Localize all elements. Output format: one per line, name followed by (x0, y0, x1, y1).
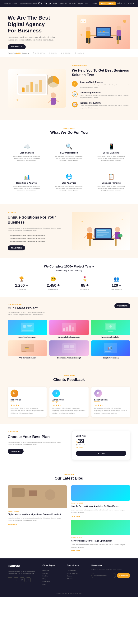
footer-social-links: f t in ▶ (8, 578, 39, 582)
footer-facebook-icon[interactable]: f (8, 578, 12, 582)
trusted-logo-3: ◈ BOMBO (61, 52, 71, 54)
footer-link-portfolio[interactable]: Portfolio (43, 574, 63, 578)
footer-twitter-icon[interactable]: t (14, 578, 18, 582)
blog-side-title-1: How To Set Up Google Analytics for WordP… (71, 505, 130, 508)
nav-link-pages[interactable]: Pages (78, 2, 83, 4)
svg-rect-26 (35, 84, 38, 92)
projects-header-left: Our Portfolio Our Latest Project Lorem i… (8, 304, 46, 316)
nav-link-services[interactable]: Services (69, 2, 76, 4)
project-card-1[interactable]: Social Media Strategy (8, 320, 47, 338)
nav-link-contact[interactable]: Contact (91, 2, 97, 4)
footer-link-contact[interactable]: Contact Us (43, 580, 63, 583)
why-us-content: Why Choose Us We Help You To Get Best Bu… (72, 65, 130, 112)
project-card-2[interactable]: SEO Optimization Website (49, 320, 89, 338)
project-card-4[interactable]: 💳 PPC Service Solution (8, 340, 47, 359)
projects-view-more-button[interactable]: VIEW MORE (115, 304, 130, 308)
blog-side-thumbnail-2 (71, 520, 130, 535)
blog-side-read-more-2[interactable]: READ MORE (71, 550, 130, 552)
plan-buy-button[interactable]: BUY NOW (76, 451, 126, 456)
testimonial-role-2: Manager (52, 401, 86, 402)
stat-label-3: Awards Won (71, 288, 99, 290)
svg-rect-7 (86, 31, 91, 38)
svg-rect-59 (27, 325, 32, 326)
testimonials-label: Testimonials (8, 374, 130, 376)
project-card-3[interactable]: Web & Mobile Solution (91, 320, 130, 338)
solutions-read-more-button[interactable]: READ MORE (8, 246, 25, 250)
why-item-3: 📈 Increase Productivity Lorem ipsum dolo… (72, 102, 130, 109)
hero-illustration-container: ★★★★★ ★ 4.9 (69, 14, 130, 49)
newsletter-email-input[interactable] (91, 573, 116, 578)
svg-text:★: ★ (81, 220, 83, 223)
stats-title: We Complete 1500+ Project Yearly (8, 265, 130, 268)
nav-cta-button[interactable]: GET STARTED (99, 2, 116, 5)
twitter-icon[interactable]: 𝑡 (128, 2, 129, 4)
plan-period-label: Per Month (76, 447, 126, 448)
nav-contact-info: +120 745 75 665 support@domain.com (4, 2, 37, 4)
plan-currency: $ (76, 440, 78, 444)
newsletter-subscribe-button[interactable]: SUBSCRIBE (117, 573, 130, 578)
trusted-logo-1: ⬡ GARCETA (33, 52, 45, 54)
nav-social: Follow Us: 𝑓 𝑡 in ▶ (117, 2, 134, 4)
facebook-icon[interactable]: 𝑓 (127, 2, 127, 4)
svg-rect-8 (86, 38, 88, 43)
svg-point-49 (115, 227, 120, 232)
project-card-5[interactable]: Business & Product Concept (49, 340, 89, 359)
footer-link-sitemap[interactable]: Sitemap (67, 578, 88, 580)
testimonial-text-2: Lorem ipsum dolor sit amet, consectetur … (52, 407, 86, 414)
why-icon-2: 🔗 (72, 91, 78, 97)
svg-rect-46 (87, 232, 92, 239)
footer-link-blog[interactable]: Blog (43, 578, 63, 580)
nav-link-about[interactable]: About Us (59, 2, 67, 4)
stats-grid: 🏆 1,250 + Project Done 😊 2,450 + Happy C… (8, 276, 130, 290)
solutions-list-item-3: Excepteur sint occaecat cupidatat non pr… (8, 240, 66, 242)
why-item-desc-3: Lorem ipsum dolor sit amet, consectetur … (80, 104, 130, 109)
service-card-6: 📋 Business Planning Lorem ipsum dolor si… (92, 170, 130, 196)
footer-link-about[interactable]: About Us (43, 569, 63, 572)
footer-newsletter: Newsletter Subscribe to our newsletter f… (91, 564, 130, 586)
testimonial-name-3: Elisa Calderon (94, 399, 128, 401)
footer-youtube-icon[interactable]: ▶ (26, 578, 31, 582)
blog-side-post-1: January 10, 2024 How To Set Up Google An… (71, 485, 130, 517)
hero-cta-button[interactable]: CONTACT US (8, 44, 26, 49)
blog-main-read-more[interactable]: READ MORE (8, 523, 67, 525)
youtube-icon[interactable]: ▶ (133, 2, 134, 4)
projects-title: Our Latest Project (8, 306, 46, 310)
svg-rect-73 (22, 351, 26, 352)
svg-point-6 (86, 27, 91, 31)
project-label-6: Google Advertising (91, 357, 130, 359)
footer-link-terms[interactable]: Terms of Service (67, 572, 88, 574)
testimonial-avatar-3: E (94, 390, 102, 397)
svg-rect-43 (97, 234, 107, 234)
svg-rect-66 (72, 327, 74, 331)
stat-number-1: 1,250 + (8, 283, 35, 288)
stat-item-2: 😊 2,450 + Happy Clients (39, 276, 67, 290)
service-title-2: SEO Optimization (53, 152, 85, 154)
projects-grid: Social Media Strategy SEO Optimization W… (8, 320, 130, 359)
testimonial-avatar-1: M (10, 390, 18, 397)
project-card-6[interactable]: 📢 Google Advertising (91, 340, 130, 359)
nav-link-home[interactable]: Home (52, 2, 57, 4)
footer-link-support[interactable]: Support (67, 574, 88, 578)
service-title-6: Business Planning (95, 182, 128, 184)
linkedin-icon[interactable]: in (130, 2, 132, 4)
footer-link-faq[interactable]: FAQ (43, 583, 63, 586)
svg-rect-44 (97, 235, 104, 236)
svg-rect-9 (89, 38, 91, 43)
blog-side-read-more-1[interactable]: READ MORE (71, 515, 130, 517)
testimonial-text-1: Lorem ipsum dolor sit amet, consectetur … (10, 407, 44, 414)
projects-header: Our Portfolio Our Latest Project Lorem i… (8, 304, 130, 316)
solutions-list: Excepteur sint occaecat cupidatat non pr… (8, 234, 66, 242)
footer-linkedin-icon[interactable]: in (20, 578, 24, 582)
footer-logo: Callisto (8, 564, 39, 568)
pricing-view-more-button[interactable]: VIEW MORE (8, 449, 23, 454)
project-label-3: Web & Mobile Solution (91, 336, 130, 338)
social-marketing-icon: 📱 (95, 143, 128, 150)
solutions-list-item-2: Excepteur sint occaecat cupidatat non pr… (8, 237, 66, 240)
project-thumb-3 (91, 320, 130, 335)
business-planning-icon: 📋 (95, 174, 128, 180)
blog-grid: January 12, 2024 Digital Marketing Campa… (8, 485, 130, 552)
footer-link-privacy[interactable]: Privacy Policy (67, 569, 88, 572)
blog-side-posts: January 10, 2024 How To Set Up Google An… (71, 485, 130, 552)
nav-link-blog[interactable]: Blog (85, 2, 89, 4)
footer-link-services[interactable]: Services (43, 572, 63, 574)
